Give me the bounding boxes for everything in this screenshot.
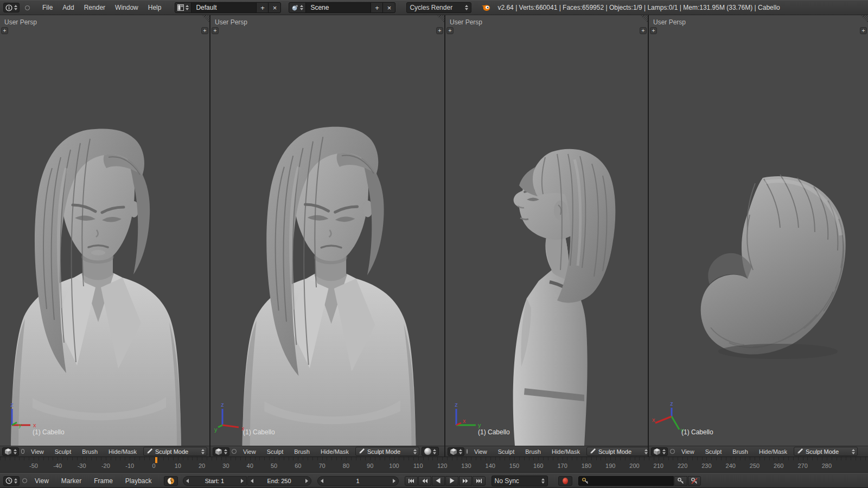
editor-type-selector-3dview[interactable] [651,447,668,456]
start-frame-field[interactable]: Start: 1 [183,476,247,486]
jump-to-end-button[interactable] [473,476,486,486]
layout-browse-button[interactable] [175,3,192,12]
menu-hide-mask[interactable]: Hide/Mask [316,448,353,455]
decrement-arrow-icon[interactable] [251,479,253,483]
auto-keyframe-button[interactable] [558,476,572,486]
keying-set-field[interactable] [578,476,674,486]
matcap-selector[interactable] [422,447,439,456]
menu-hide-mask[interactable]: Hide/Mask [755,448,792,455]
sculpt-brush-icon [589,448,596,455]
jump-to-start-button[interactable] [405,476,418,486]
current-frame-marker[interactable] [155,457,157,463]
jump-next-keyframe-button[interactable] [459,476,472,486]
menu-brush[interactable]: Brush [728,448,752,455]
end-frame-field[interactable]: End: 250 [247,476,311,486]
ruler-ticks [0,457,868,460]
mode-dropdown[interactable]: Sculpt Mode [794,447,858,456]
pin-icon[interactable] [232,449,237,454]
play-reverse-button[interactable] [432,476,445,486]
menu-view[interactable]: View [470,448,492,455]
ruler-tick-label: 20 [199,463,205,469]
delete-keyframe-button[interactable] [688,476,701,486]
jump-prev-keyframe-button[interactable] [418,476,431,486]
pin-icon[interactable] [22,478,27,483]
region-expand-handle[interactable]: + [436,27,443,34]
menu-sculpt[interactable]: Sculpt [50,448,76,455]
ruler-tick-label: 220 [678,463,687,469]
increment-arrow-icon[interactable] [305,479,308,483]
viewport-canvas[interactable]: User Persp + + z y x (1) Cabello [0,15,209,446]
editor-type-selector-3dview[interactable] [2,447,19,456]
insert-keyframe-button[interactable] [674,476,687,486]
keying-set-icon [582,477,589,485]
region-expand-handle[interactable]: + [446,27,454,34]
region-expand-handle[interactable]: + [212,27,219,34]
viewport-canvas[interactable]: User Persp + + z x y (1) Cabello [649,15,868,446]
ruler-tick-label: 10 [175,463,181,469]
decrement-arrow-icon[interactable] [186,479,189,483]
menu-sculpt[interactable]: Sculpt [701,448,726,455]
menu-hide-mask[interactable]: Hide/Mask [547,448,584,455]
increment-arrow-icon[interactable] [241,479,244,483]
ruler-tick-label: 270 [797,463,807,469]
mode-dropdown[interactable]: Sculpt Mode [586,447,648,456]
menu-view[interactable]: View [27,448,48,455]
sync-mode-value: No Sync [495,477,519,485]
menu-brush[interactable]: Brush [290,448,314,455]
cube-icon [215,448,222,455]
editor-type-selector-timeline[interactable] [3,476,20,486]
pin-icon[interactable] [670,449,675,454]
menu-brush[interactable]: Brush [521,448,545,455]
mode-dropdown[interactable]: Sculpt Mode [143,447,207,456]
layout-close-button[interactable]: × [269,3,280,12]
menu-marker[interactable]: Marker [56,477,86,485]
pin-icon[interactable] [467,449,468,454]
menu-window[interactable]: Window [110,4,143,11]
menu-render[interactable]: Render [79,4,110,11]
scene-name-field[interactable]: Scene [306,3,371,12]
ruler-tick-label: 80 [343,463,349,469]
increment-arrow-icon[interactable] [393,479,395,483]
pin-icon[interactable] [25,5,30,10]
menu-sculpt[interactable]: Sculpt [263,448,288,455]
sync-mode-dropdown[interactable]: No Sync [492,476,548,486]
mode-dropdown[interactable]: Sculpt Mode [355,447,419,456]
render-engine-dropdown[interactable]: Cycles Render [406,2,471,13]
ruler-tick-label: 170 [557,463,567,469]
scene-add-button[interactable]: + [371,3,383,12]
region-expand-handle[interactable]: + [650,27,657,34]
play-button[interactable] [445,476,458,486]
editor-type-selector-info[interactable] [3,3,20,12]
menu-hide-mask[interactable]: Hide/Mask [104,448,141,455]
pin-icon[interactable] [21,449,24,454]
menu-view[interactable]: View [677,448,699,455]
menu-view[interactable]: View [239,448,260,455]
menu-add[interactable]: Add [58,4,79,11]
menu-file[interactable]: File [37,4,58,11]
menu-frame[interactable]: Frame [89,477,118,485]
region-expand-handle[interactable]: + [201,27,208,34]
menu-sculpt[interactable]: Sculpt [494,448,519,455]
layout-add-button[interactable]: + [257,3,269,12]
viewport-canvas[interactable]: User Persp + + z x y (1) Cabello [445,15,648,446]
scene-selector: Scene + × [289,2,395,13]
region-expand-handle[interactable]: + [1,27,8,34]
gizmo-y-label: y [18,422,22,428]
decrement-arrow-icon[interactable] [321,479,323,483]
sculpt-brush-icon [358,448,365,455]
viewport-canvas[interactable]: User Persp + + z y x (1) Cabello [210,15,444,446]
menu-playback[interactable]: Playback [120,477,157,485]
editor-type-selector-3dview[interactable] [448,447,464,456]
editor-type-selector-3dview[interactable] [213,447,229,456]
menu-help[interactable]: Help [143,4,167,11]
menu-view[interactable]: View [30,477,54,485]
region-expand-handle[interactable]: + [860,27,867,34]
menu-brush[interactable]: Brush [78,448,102,455]
current-frame-field[interactable]: 1 [317,476,399,486]
preview-range-toggle[interactable] [164,476,178,486]
region-expand-handle[interactable]: + [640,27,647,34]
timeline-ruler[interactable]: -50-40-30-20-100102030405060708090100110… [0,457,868,473]
layout-name-field[interactable]: Default [192,3,257,12]
scene-browse-button[interactable] [289,3,306,12]
scene-close-button[interactable]: × [383,3,395,12]
